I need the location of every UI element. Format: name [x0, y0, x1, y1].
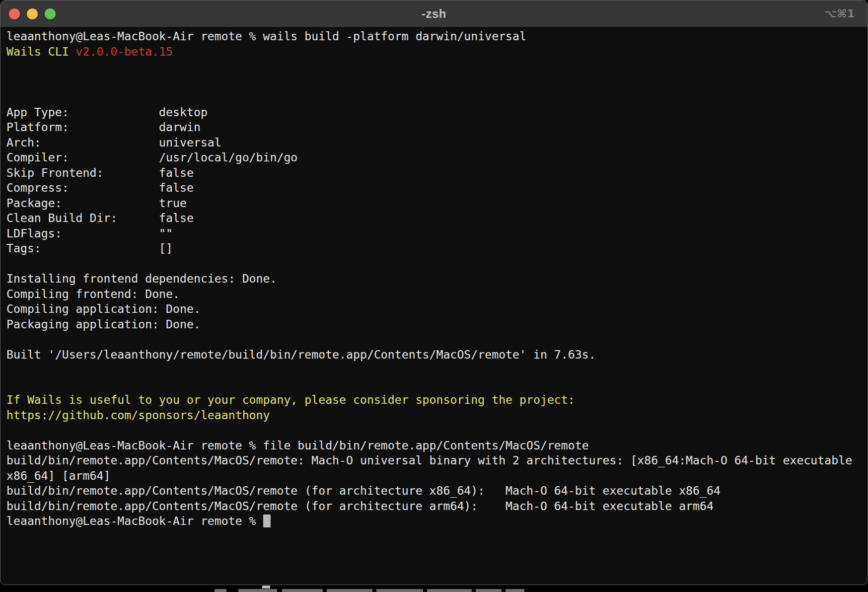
terminal-text: leaanthony@Leas-MacBook-Air remote % [6, 514, 263, 527]
minimize-button[interactable] [27, 8, 38, 19]
background-window-fragment [215, 589, 226, 592]
background-window-fragment [327, 589, 372, 592]
terminal-text: x86_64] [arm64] [6, 469, 110, 482]
window-title: -zsh [0, 7, 868, 21]
terminal-line: LDFlags: "" [6, 226, 862, 241]
traffic-lights [0, 8, 56, 19]
terminal-text: Compiling application: Done. [6, 302, 201, 315]
terminal-line: Skip Frontend: false [6, 165, 862, 181]
terminal-line: leaanthony@Leas-MacBook-Air remote % [6, 514, 862, 529]
terminal-line [6, 256, 862, 272]
terminal-text: Arch: universal [6, 136, 221, 149]
terminal-line: Built '/Users/leaanthony/remote/build/bi… [6, 347, 862, 363]
background-window-fragment [376, 589, 423, 592]
background-window-fragment [262, 586, 270, 589]
background-window-fragment [476, 589, 502, 592]
terminal-line: Package: true [6, 196, 862, 211]
terminal-line: Compress: false [6, 180, 862, 196]
terminal-line [6, 74, 862, 90]
terminal-line: Tags: [] [6, 241, 862, 256]
terminal-line: x86_64] [arm64] [6, 468, 862, 484]
terminal-text: Package: true [6, 196, 187, 210]
terminal-window: -zsh ⌥⌘1 leaanthony@Leas-MacBook-Air rem… [0, 0, 868, 585]
terminal-line: Arch: universal [6, 135, 862, 150]
terminal-text: build/bin/remote.app/Contents/MacOS/remo… [6, 484, 721, 497]
terminal-text: leaanthony@Leas-MacBook-Air remote % wai… [6, 29, 526, 43]
terminal-text: App Type: desktop [6, 105, 208, 119]
background-window-fragment [506, 589, 524, 592]
zoom-button[interactable] [45, 8, 56, 19]
terminal-text: Compress: false [6, 181, 194, 194]
terminal-line: App Type: desktop [6, 105, 862, 120]
terminal-line: Platform: darwin [6, 120, 862, 135]
close-button[interactable] [9, 8, 20, 19]
screen: -zsh ⌥⌘1 leaanthony@Leas-MacBook-Air rem… [0, 0, 868, 592]
background-window-fragment [427, 589, 472, 592]
window-titlebar[interactable]: -zsh ⌥⌘1 [0, 0, 868, 27]
terminal-line: leaanthony@Leas-MacBook-Air remote % fil… [6, 438, 862, 453]
terminal-line: Clean Build Dir: false [6, 211, 862, 226]
text-cursor [263, 515, 271, 527]
terminal-text: Built '/Users/leaanthony/remote/build/bi… [6, 348, 596, 361]
background-window-sliver [0, 585, 868, 592]
terminal-text: leaanthony@Leas-MacBook-Air remote % fil… [6, 439, 589, 452]
terminal-line: build/bin/remote.app/Contents/MacOS/remo… [6, 453, 862, 468]
terminal-text: LDFlags: "" [6, 226, 173, 240]
terminal-text: Compiling frontend: Done. [6, 287, 180, 300]
terminal-line: Compiling application: Done. [6, 301, 862, 317]
terminal-text: Wails CLI [6, 45, 76, 58]
terminal-output[interactable]: leaanthony@Leas-MacBook-Air remote % wai… [0, 27, 868, 529]
terminal-text: Packaging application: Done. [6, 317, 201, 331]
terminal-line: leaanthony@Leas-MacBook-Air remote % wai… [6, 29, 862, 44]
background-window-fragment [282, 589, 323, 592]
terminal-line [6, 362, 862, 377]
terminal-text: https://github.com/sponsors/leaanthony [6, 408, 270, 422]
terminal-text: v2.0.0-beta.15 [76, 45, 173, 58]
terminal-line [6, 89, 862, 105]
terminal-line: Compiler: /usr/local/go/bin/go [6, 150, 862, 165]
terminal-line [6, 423, 862, 438]
terminal-text: Clean Build Dir: false [6, 211, 194, 224]
background-window-fragment [238, 589, 277, 592]
terminal-text: Installing frontend dependencies: Done. [6, 272, 277, 285]
terminal-line [6, 332, 862, 347]
terminal-text: Compiler: /usr/local/go/bin/go [6, 150, 297, 164]
terminal-text: Skip Frontend: false [6, 166, 194, 179]
terminal-text: build/bin/remote.app/Contents/MacOS/remo… [6, 499, 714, 513]
terminal-line [6, 377, 862, 393]
terminal-text: Platform: darwin [6, 120, 201, 134]
tab-shortcut-badge: ⌥⌘1 [824, 7, 868, 20]
terminal-line: Wails CLI v2.0.0-beta.15 [6, 44, 862, 60]
terminal-text: Tags: [] [6, 241, 173, 255]
terminal-line: https://github.com/sponsors/leaanthony [6, 408, 862, 423]
terminal-line: Installing frontend dependencies: Done. [6, 271, 862, 287]
terminal-text: If Wails is useful to you or your compan… [6, 393, 575, 406]
terminal-line: Packaging application: Done. [6, 317, 862, 332]
terminal-line: build/bin/remote.app/Contents/MacOS/remo… [6, 499, 862, 514]
terminal-line: Compiling frontend: Done. [6, 287, 862, 302]
terminal-line [6, 59, 862, 74]
terminal-line: If Wails is useful to you or your compan… [6, 392, 862, 408]
terminal-line: build/bin/remote.app/Contents/MacOS/remo… [6, 483, 862, 499]
terminal-text: build/bin/remote.app/Contents/MacOS/remo… [6, 453, 852, 467]
